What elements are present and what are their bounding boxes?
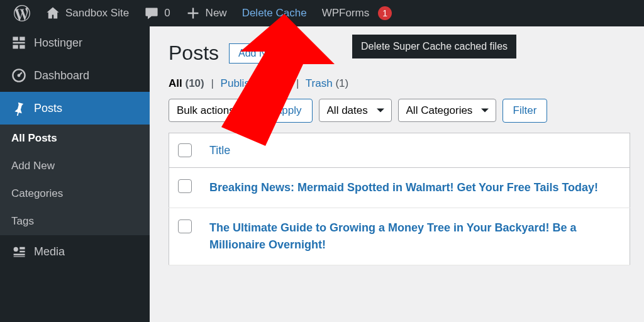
posts-submenu: All Posts Add New Categories Tags bbox=[0, 125, 150, 235]
apply-button[interactable]: Apply bbox=[264, 99, 313, 123]
wpforms-badge: 1 bbox=[378, 6, 392, 20]
posts-table: Title Breaking News: Mermaid Spotted in … bbox=[169, 133, 630, 265]
wpforms-item[interactable]: WPForms 1 bbox=[314, 0, 400, 26]
wpforms-label: WPForms bbox=[322, 7, 370, 19]
pin-icon bbox=[11, 101, 26, 116]
table-row: The Ultimate Guide to Growing a Money Tr… bbox=[169, 208, 630, 265]
filters-row: Bulk actions Apply All dates All Categor… bbox=[169, 99, 630, 123]
sidebar-label: Posts bbox=[34, 102, 62, 115]
submenu-add-new[interactable]: Add New bbox=[0, 152, 150, 180]
dates-select[interactable]: All dates bbox=[319, 99, 392, 122]
new-item[interactable]: New bbox=[178, 0, 235, 26]
delete-cache-tooltip: Delete Super Cache cached files bbox=[352, 35, 516, 58]
wordpress-icon bbox=[14, 5, 30, 21]
delete-cache-label: Delete Cache bbox=[242, 7, 307, 19]
title-column-header[interactable]: Title bbox=[201, 133, 630, 168]
select-all-header bbox=[169, 133, 201, 168]
plus-icon bbox=[186, 6, 201, 21]
status-filter-links: All (10) | Published (10) | Trash (1) bbox=[169, 77, 630, 90]
status-all[interactable]: All (10) bbox=[169, 77, 204, 89]
submenu-all-posts[interactable]: All Posts bbox=[0, 125, 150, 152]
dashboard-icon bbox=[11, 68, 26, 83]
row-checkbox[interactable] bbox=[178, 179, 192, 193]
sidebar-label: Media bbox=[34, 245, 65, 258]
new-label: New bbox=[206, 7, 227, 19]
svg-point-2 bbox=[14, 247, 18, 252]
bulk-actions-select[interactable]: Bulk actions bbox=[169, 99, 258, 122]
site-name-item[interactable]: Sandbox Site bbox=[38, 0, 136, 26]
site-name: Sandbox Site bbox=[65, 7, 129, 19]
sidebar-item-posts[interactable]: Posts bbox=[0, 92, 150, 125]
sidebar-item-dashboard[interactable]: Dashboard bbox=[0, 59, 150, 92]
comments-item[interactable]: 0 bbox=[136, 0, 177, 26]
home-icon bbox=[45, 6, 60, 21]
filter-button[interactable]: Filter bbox=[502, 99, 548, 123]
comment-icon bbox=[144, 6, 159, 21]
submenu-categories[interactable]: Categories bbox=[0, 180, 150, 208]
main-content: Posts Add New All (10) | Published (10) … bbox=[150, 26, 644, 322]
delete-cache-item[interactable]: Delete Cache bbox=[235, 0, 314, 26]
sidebar-label: Dashboard bbox=[34, 69, 89, 82]
categories-select[interactable]: All Categories bbox=[398, 99, 496, 122]
row-checkbox[interactable] bbox=[178, 219, 192, 233]
table-row: Breaking News: Mermaid Spotted in Walmar… bbox=[169, 168, 630, 208]
comments-count: 0 bbox=[164, 7, 170, 19]
page-title: Posts bbox=[169, 42, 219, 65]
post-title-link[interactable]: Breaking News: Mermaid Spotted in Walmar… bbox=[209, 181, 598, 194]
hostinger-icon bbox=[11, 35, 26, 50]
submenu-tags[interactable]: Tags bbox=[0, 208, 150, 235]
sidebar-item-hostinger[interactable]: Hostinger bbox=[0, 26, 150, 59]
add-new-button[interactable]: Add New bbox=[229, 43, 289, 64]
status-trash[interactable]: Trash (1) bbox=[306, 77, 348, 89]
status-published[interactable]: Published (10) bbox=[221, 77, 290, 89]
sidebar-item-media[interactable]: Media bbox=[0, 235, 150, 268]
sidebar-label: Hostinger bbox=[34, 36, 82, 50]
select-all-checkbox[interactable] bbox=[178, 143, 192, 157]
svg-point-1 bbox=[18, 74, 21, 77]
wp-logo-item[interactable] bbox=[6, 0, 38, 26]
media-icon bbox=[11, 244, 26, 259]
admin-bar: Sandbox Site 0 New Delete Cache WPForms … bbox=[0, 0, 644, 26]
admin-sidebar: Hostinger Dashboard Posts All Posts Add … bbox=[0, 26, 150, 322]
post-title-link[interactable]: The Ultimate Guide to Growing a Money Tr… bbox=[209, 221, 576, 251]
